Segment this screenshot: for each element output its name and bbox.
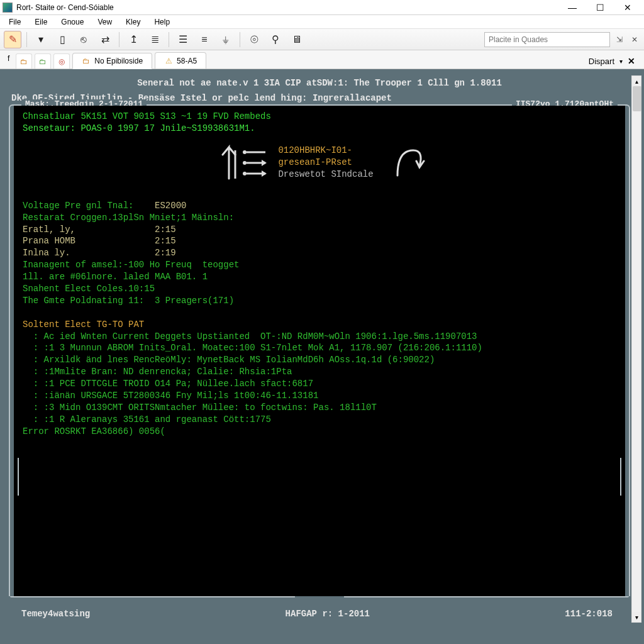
tool-monitor-icon[interactable]: 🖥 bbox=[288, 31, 306, 48]
list-item: : Ac ied Wnten Current Deggets Upstiante… bbox=[23, 331, 616, 343]
tab-secondary[interactable]: ⚠ 58-A5 bbox=[155, 52, 206, 69]
kv-row: Restarat Croggen.13plSn Mniet;1 Mäinsln: bbox=[23, 212, 616, 224]
warn-icon: ⚠ bbox=[164, 57, 173, 65]
app-icon bbox=[3, 3, 13, 13]
svg-point-1 bbox=[243, 150, 247, 154]
workspace: Seneral not ae nate.v 1 3IA CIP atSDW:1:… bbox=[0, 69, 644, 644]
tool-lamp-icon[interactable]: ▯ bbox=[53, 31, 71, 48]
list-item: : Arxildk änd lnes RencReöMly: MynetBack… bbox=[23, 354, 616, 366]
dispart-label: Dispart bbox=[589, 57, 614, 66]
kv-row: Voltage Pre gnl Tnal: ES2000 bbox=[23, 200, 616, 212]
section2-title: Soltent Elect TG-TO PAT bbox=[23, 319, 616, 331]
search-pin-icon[interactable]: ⇲ bbox=[614, 34, 625, 45]
title-bar: Rort- Staite or- Cend-Sóiable ― ☐ ✕ bbox=[0, 0, 644, 15]
menu-gnoue[interactable]: Gnoue bbox=[55, 16, 90, 28]
list-item: : :1Mmlite Bran: ND denrencka; Clalie: R… bbox=[23, 366, 616, 378]
scroll-down-icon[interactable]: ▾ bbox=[632, 612, 641, 622]
menu-bar: File Eile Gnoue Vew Kley Help bbox=[0, 15, 644, 29]
bracket-right bbox=[610, 458, 621, 496]
tool-indent-icon[interactable]: ≣ bbox=[146, 31, 164, 48]
close-tab-icon[interactable]: ✕ bbox=[628, 56, 635, 66]
kv-row: Inlna ly. 2:19 bbox=[23, 247, 616, 259]
list-item: : :iänän URSGACE 5T2800346 Fny Mil;ls 1t… bbox=[23, 390, 616, 402]
tool-align-left-icon[interactable]: ☰ bbox=[174, 31, 192, 48]
tool-branch-icon[interactable]: ⎋ bbox=[75, 31, 92, 48]
bracket-left bbox=[18, 458, 29, 496]
kv-row: Eratl, ly, 2:15 bbox=[23, 224, 616, 236]
term-line: Sensetaur: POAS-0 1997 17 Jnile~S1993863… bbox=[23, 123, 616, 135]
error-line: Error ROSRKT EA36866) 0056( bbox=[23, 426, 616, 438]
list-item: : :1 3 Munnun ABROM Inits_Oral. Moatec:1… bbox=[23, 342, 616, 354]
menu-view[interactable]: Vew bbox=[91, 16, 118, 28]
toolbar-sep bbox=[119, 32, 119, 47]
term-line: Inanagent of amsel:-100 Ho Freuq teogget bbox=[23, 259, 616, 271]
scroll-thumb[interactable] bbox=[633, 86, 641, 111]
svg-point-5 bbox=[243, 172, 247, 175]
tab-short-3[interactable]: ◎ bbox=[53, 53, 70, 69]
section-voltage: Voltage Pre gnl Tnal: ES2000Restarat Cro… bbox=[23, 200, 616, 259]
diagram: 0120HBHRK~I01- greseanI-PRset Dreswetot … bbox=[23, 141, 616, 185]
toolbar-sep bbox=[169, 32, 169, 47]
tab-right-control: Dispart ▾ ✕ bbox=[584, 56, 640, 69]
terminal-frame: Mask:.Treedgin 2-1-72011 IIS72yo 1.7120a… bbox=[9, 104, 630, 596]
term-blank bbox=[23, 307, 616, 319]
vertical-scrollbar[interactable]: ▴ ▾ bbox=[631, 75, 641, 623]
arrow-curve-icon bbox=[385, 141, 429, 185]
tab-label: No Epibiloside bbox=[94, 57, 143, 65]
maximize-button[interactable]: ☐ bbox=[586, 1, 614, 14]
window-buttons: ― ☐ ✕ bbox=[558, 1, 641, 14]
diagram-label-1: 0120HBHRK~I01- bbox=[278, 145, 373, 157]
list-item: : :1 R Aleranays 35161 and rgeanast Cött… bbox=[23, 414, 616, 426]
menu-kley[interactable]: Kley bbox=[119, 16, 147, 28]
folder-green-icon: 🗀 bbox=[39, 57, 47, 66]
kv-row: Prana HOMB 2:15 bbox=[23, 235, 616, 247]
list-item: : :3 Midn O139CMT ORITSNmtacher Müllee: … bbox=[23, 402, 616, 414]
tab-short-1[interactable]: 🗀 bbox=[16, 53, 32, 69]
tool-paint-icon[interactable]: ✎ bbox=[4, 31, 21, 48]
search-close-icon[interactable]: ✕ bbox=[629, 34, 640, 45]
menu-file[interactable]: File bbox=[3, 16, 27, 28]
section-raw: Inanagent of amsel:-100 Ho Freuq teogget… bbox=[23, 259, 616, 307]
term-line: Snahent Elect Coles.10:15 bbox=[23, 283, 616, 295]
footer-left: Temey4watsing bbox=[18, 609, 94, 619]
diagram-label-2: greseanI-PRset bbox=[278, 157, 373, 169]
terminal-output[interactable]: Chnsatluar 5K151 VOT 9015 S13 ~1 19 FVD … bbox=[14, 106, 625, 596]
tab-label: 58-A5 bbox=[177, 57, 197, 65]
tab-strip: f 🗀 🗀 ◎ 🗀 No Epibiloside ⚠ 58-A5 Dispart… bbox=[0, 50, 644, 69]
console-footer: Temey4watsing HAFGAP r: 1-2011 111-2:018 bbox=[18, 609, 616, 619]
svg-point-3 bbox=[243, 161, 247, 165]
tool-zoom-icon[interactable]: ⦾ bbox=[245, 31, 263, 48]
list-item: : :1 PCE DTTCGLE TROID O14 Pa; Nüllee.la… bbox=[23, 378, 616, 390]
tool-dropdown-icon[interactable]: ▾ bbox=[32, 31, 50, 48]
term-line: 1ll. are #06lnore. laled MAA B01. 1 bbox=[23, 271, 616, 283]
tool-align-center-icon[interactable]: ≡ bbox=[196, 31, 213, 48]
menu-eile[interactable]: Eile bbox=[28, 16, 53, 28]
tool-weight-icon[interactable]: ⏚ bbox=[217, 31, 235, 48]
diagram-labels: 0120HBHRK~I01- greseanI-PRset Dreswetot … bbox=[278, 145, 373, 180]
console-frame: Seneral not ae nate.v 1 3IA CIP atSDW:1:… bbox=[9, 75, 630, 623]
footer-mid: HAFGAP r: 1-2011 bbox=[282, 609, 374, 619]
target-red-icon: ◎ bbox=[58, 57, 65, 66]
toolbar-sep bbox=[240, 32, 240, 47]
scroll-track[interactable] bbox=[632, 86, 641, 612]
tab-main[interactable]: 🗀 No Epibiloside bbox=[72, 53, 152, 69]
toolbar-sep bbox=[26, 32, 27, 47]
menu-help[interactable]: Help bbox=[148, 16, 176, 28]
window-title: Rort- Staite or- Cend-Sóiable bbox=[16, 3, 558, 12]
console-title: Seneral not ae nate.v 1 3IA CIP atSDW:1:… bbox=[9, 75, 630, 93]
tab-prefix: f bbox=[4, 54, 13, 65]
main-toolbar: ✎ ▾ ▯ ⎋ ⇄ ↥ ≣ ☰ ≡ ⏚ ⦾ ⚲ 🖥 ⇲ ✕ bbox=[0, 29, 644, 50]
footer-right: 111-2:018 bbox=[561, 609, 616, 619]
folder-icon: 🗀 bbox=[82, 57, 91, 65]
search-input[interactable] bbox=[484, 32, 610, 47]
scroll-up-icon[interactable]: ▴ bbox=[632, 76, 641, 86]
folder-orange-icon: 🗀 bbox=[20, 57, 28, 66]
tool-share-icon[interactable]: ⇄ bbox=[96, 31, 114, 48]
chevron-down-icon[interactable]: ▾ bbox=[619, 58, 623, 65]
tool-up-arrow-icon[interactable]: ↥ bbox=[125, 31, 142, 48]
minimize-button[interactable]: ― bbox=[558, 1, 586, 14]
close-button[interactable]: ✕ bbox=[614, 1, 641, 14]
term-line: Chnsatluar 5K151 VOT 9015 S13 ~1 19 FVD … bbox=[23, 111, 616, 123]
tab-short-2[interactable]: 🗀 bbox=[35, 53, 51, 69]
tool-pin-icon[interactable]: ⚲ bbox=[267, 31, 284, 48]
